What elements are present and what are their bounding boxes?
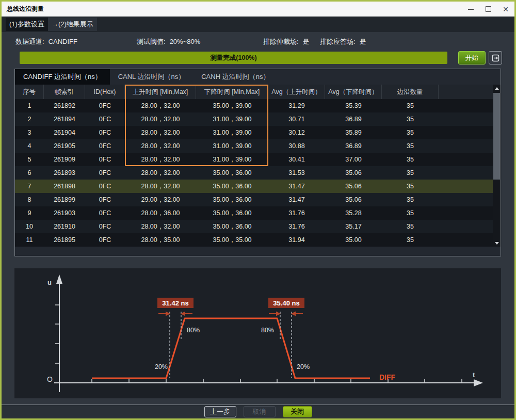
table-row[interactable]: 92619030FC28.00，36.0035.00，36.0031.7635.… (15, 206, 501, 220)
table-row[interactable]: 32619040FC28.00，32.0031.00，39.0030.1235.… (15, 126, 501, 139)
scroll-down-icon (495, 242, 499, 245)
fall-low-threshold-label: 20% (297, 363, 310, 370)
rise-high-threshold-label: 80% (187, 327, 200, 334)
close-dialog-button[interactable]: 关闭 (283, 406, 312, 417)
arbitration-value: 是 (303, 38, 310, 45)
start-button[interactable]: 开始 (458, 51, 486, 64)
rise-low-threshold-label: 20% (155, 363, 168, 370)
maximize-button[interactable] (479, 2, 497, 17)
table-cell: 0FC (85, 112, 125, 126)
table-cell: 11 (15, 233, 44, 247)
table-cell: 261893 (44, 166, 85, 180)
column-header: 边沿数量 (382, 85, 439, 99)
table-cell: 0FC (85, 193, 125, 206)
table-cell: 35.89 (325, 126, 382, 139)
table-cell: 28.00，32.00 (125, 220, 196, 233)
fall-time-value: 35.40 ns (273, 299, 299, 307)
ack-label: 排除应答场: (320, 38, 356, 45)
table-cell: 35.00，36.00 (196, 220, 268, 233)
table-cell: 28.00，32.00 (125, 180, 196, 193)
scrollbar-down-button[interactable] (493, 239, 501, 247)
tab-2[interactable]: CANH 边沿时间（ns） (193, 69, 278, 85)
table-row[interactable]: 62618930FC28.00，32.0035.00，36.0031.5335.… (15, 166, 501, 180)
nav-step-results-label: (2)结果展示 (58, 20, 93, 28)
column-header: Avg（下降时间） (325, 85, 382, 99)
minimize-icon (468, 9, 474, 10)
table-cell: 0FC (85, 233, 125, 247)
table-cell: 31.00，39.00 (196, 139, 268, 153)
nav-step-params[interactable]: (1)参数设置 (6, 18, 48, 31)
column-header-filler (439, 85, 501, 99)
table-cell: 36.89 (325, 112, 382, 126)
table-body: 12618920FC28.00，32.0035.00，39.0031.2935.… (15, 99, 501, 247)
table-row[interactable]: 102619100FC28.00，32.0035.00，36.0031.7635… (15, 220, 501, 233)
table-cell: 35.00，39.00 (196, 99, 268, 112)
export-icon (492, 54, 499, 62)
scrollbar-thumb[interactable] (493, 93, 500, 180)
channel-value: CANDIFF (49, 38, 77, 45)
table-row[interactable]: 72618980FC28.00，32.0035.00，36.0031.4735.… (15, 180, 501, 193)
scroll-up-icon (495, 87, 499, 90)
table-cell: 0FC (85, 220, 125, 233)
progress-text: 测量完成(100%) (210, 54, 256, 62)
table-cell: 261909 (44, 153, 85, 166)
close-button[interactable]: ✕ (497, 2, 514, 17)
table-cell: 35 (382, 126, 439, 139)
scrollbar-up-button[interactable] (493, 85, 501, 92)
cancel-button[interactable]: 取消 (244, 406, 276, 417)
signal-name-label: DIFF (379, 373, 396, 381)
threshold-label: 测试阈值: (137, 38, 166, 45)
table-cell: 10 (15, 220, 44, 233)
tab-0[interactable]: CANDIFF 边沿时间（ns） (15, 69, 110, 85)
table-cell: 261903 (44, 206, 85, 220)
param-threshold: 测试阈值:20%~80% (137, 37, 200, 46)
table-cell: 8 (15, 193, 44, 206)
footer-bar: 上一步 取消 关闭 (2, 405, 514, 418)
table-cell: 31.00，39.00 (196, 112, 268, 126)
results-panel: CANDIFF 边沿时间（ns）CANL 边沿时间（ns）CANH 边沿时间（n… (14, 69, 501, 256)
table-cell: 28.00，32.00 (125, 126, 196, 139)
threshold-value: 20%~80% (170, 38, 201, 45)
table-cell: 28.00，32.00 (125, 166, 196, 180)
x-axis-label: t (473, 371, 475, 379)
table-cell: 35.00，36.00 (196, 180, 268, 193)
table-cell: 30.88 (268, 139, 325, 153)
table-cell: 35.06 (325, 166, 382, 180)
progress-bar: 测量完成(100%) (20, 52, 447, 64)
table-row[interactable]: 52619090FC28.00，32.0031.00，39.0030.4137.… (15, 153, 501, 166)
table-row[interactable]: 42619050FC28.00，32.0031.00，39.0030.8836.… (15, 139, 501, 153)
table-cell: 30.12 (268, 126, 325, 139)
rise-time-value: 31.42 ns (162, 299, 188, 307)
tab-1[interactable]: CANL 边沿时间（ns） (110, 69, 194, 85)
table-row[interactable]: 82618990FC29.00，32.0035.00，36.0031.4735.… (15, 193, 501, 206)
table-cell: 35.00，36.00 (196, 193, 268, 206)
table-cell: 35.00，35.00 (196, 233, 268, 247)
table-cell: 35 (382, 180, 439, 193)
fall-high-threshold-label: 80% (261, 327, 274, 334)
table-cell: 0FC (85, 206, 125, 220)
table-cell: 31.47 (268, 193, 325, 206)
table-cell: 35.06 (325, 180, 382, 193)
table-cell: 35.17 (325, 220, 382, 233)
table-cell: 0FC (85, 99, 125, 112)
table-row[interactable]: 12618920FC28.00，32.0035.00，39.0031.2935.… (15, 99, 501, 112)
table-cell: 29.00，32.00 (125, 193, 196, 206)
table-row[interactable]: 22618940FC28.00，32.0031.00，39.0030.7136.… (15, 112, 501, 126)
minimize-button[interactable] (462, 2, 479, 17)
table-cell: 31.00，39.00 (196, 126, 268, 139)
table-scrollbar[interactable] (493, 85, 501, 247)
export-button[interactable] (489, 51, 502, 64)
table-cell: 28.00，32.00 (125, 99, 196, 112)
table-cell: 37.00 (325, 153, 382, 166)
table-cell: 2 (15, 112, 44, 126)
column-header: 上升时间 [Min,Max] (125, 85, 196, 99)
nav-step-results[interactable]: →(2)结果展示 (48, 18, 97, 31)
table-cell: 35 (382, 233, 439, 247)
prev-step-button[interactable]: 上一步 (204, 406, 236, 417)
app-window: 总线边沿测量 ✕ (1)参数设置 →(2)结果展示 数据通道:CANDIFF 测… (0, 0, 516, 420)
table-cell: 261910 (44, 220, 85, 233)
column-header: 序号 (15, 85, 44, 99)
table-cell: 35.00 (325, 233, 382, 247)
table-cell: 35 (382, 153, 439, 166)
table-row[interactable]: 112618950FC28.00，35.0035.00，35.0031.9435… (15, 233, 501, 247)
